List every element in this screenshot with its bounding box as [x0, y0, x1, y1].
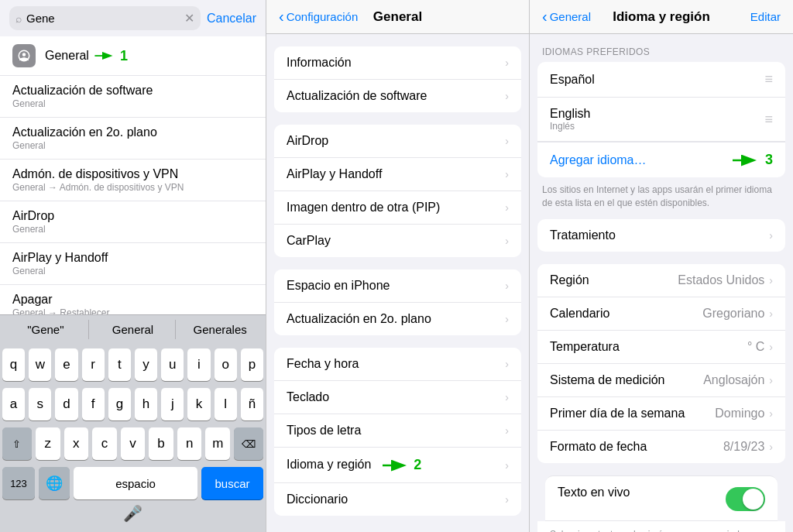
chevron-right-icon: › — [505, 201, 509, 214]
key-w[interactable]: w — [29, 348, 51, 381]
row-sistema-medicion[interactable]: Sistema de medición Anglosajón › — [537, 364, 785, 397]
row-tipos-letra[interactable]: Tipos de letra › — [274, 414, 521, 448]
item-title: Admón. de dispositivos y VPN — [12, 167, 253, 181]
row-calendario[interactable]: Calendario Gregoriano › — [537, 297, 785, 331]
item-subtitle: General — [12, 266, 253, 276]
lang-item-english: English Inglés ≡ — [537, 98, 785, 142]
settings-item-actualizacion-2do[interactable]: Actualización en 2o. plano General — [0, 118, 266, 160]
edit-button[interactable]: Editar — [750, 10, 781, 23]
row-carplay[interactable]: CarPlay › — [274, 225, 521, 257]
key-b[interactable]: b — [149, 427, 173, 460]
row-pip[interactable]: Imagen dentro de otra (PIP) › — [274, 191, 521, 225]
key-j[interactable]: j — [161, 388, 184, 420]
row-espacio[interactable]: Espacio en iPhone › — [274, 269, 521, 303]
autocomplete-generales[interactable]: Generales — [177, 320, 263, 339]
key-m[interactable]: m — [205, 427, 230, 460]
row-diccionario[interactable]: Diccionario › — [274, 483, 521, 516]
settings-item-text: Actualización en 2o. plano General — [12, 125, 253, 151]
key-i[interactable]: i — [187, 348, 210, 381]
general-section-3: Espacio en iPhone › Actualización en 2o.… — [274, 269, 521, 335]
key-l[interactable]: l — [215, 388, 237, 420]
key-u[interactable]: u — [161, 348, 184, 381]
settings-item-airplay[interactable]: AirPlay y Handoff General — [0, 243, 266, 285]
cancel-button[interactable]: Cancelar — [207, 12, 256, 26]
autocomplete-general[interactable]: General — [91, 320, 177, 339]
key-c[interactable]: c — [92, 427, 117, 460]
key-shift[interactable]: ⇧ — [2, 427, 32, 460]
key-r[interactable]: r — [82, 348, 105, 381]
key-d[interactable]: d — [55, 388, 77, 420]
settings-item-actualizacion-software[interactable]: Actualización de software General — [0, 76, 266, 118]
key-n-tilde[interactable]: ñ — [241, 388, 263, 420]
key-space[interactable]: espacio — [74, 467, 197, 499]
lang-name: Español — [550, 73, 764, 87]
row-primer-dia[interactable]: Primer día de la semana Domingo › — [537, 397, 785, 431]
search-panel: ⌕ Gene ✕ Cancelar General — [0, 0, 266, 532]
chevron-right-icon: › — [505, 391, 509, 403]
settings-item-general[interactable]: General 1 — [0, 36, 266, 76]
arrow-2-label: 2 — [414, 457, 421, 472]
key-k[interactable]: k — [187, 388, 210, 420]
key-q[interactable]: q — [2, 348, 25, 381]
settings-item-airdrop[interactable]: AirDrop General — [0, 201, 266, 243]
clear-search-button[interactable]: ✕ — [184, 11, 194, 26]
key-a[interactable]: a — [2, 388, 25, 420]
microphone-icon[interactable]: 🎤 — [123, 504, 142, 523]
row-teclado[interactable]: Teclado › — [274, 381, 521, 414]
key-x[interactable]: x — [64, 427, 89, 460]
key-buscar[interactable]: buscar — [201, 467, 263, 499]
key-e[interactable]: e — [55, 348, 77, 381]
key-globe[interactable]: 🌐 — [39, 467, 70, 499]
row-fecha-hora[interactable]: Fecha y hora › — [274, 348, 521, 381]
row-tratamiento[interactable]: Tratamiento › — [537, 219, 785, 252]
chevron-left-icon: ‹ — [279, 8, 284, 26]
search-input[interactable]: Gene — [26, 12, 180, 25]
key-n[interactable]: n — [177, 427, 202, 460]
row-value: ° C — [747, 340, 764, 354]
key-g[interactable]: g — [108, 388, 131, 420]
autocomplete-gene[interactable]: "Gene" — [3, 320, 89, 339]
arrow-3-label: 3 — [765, 152, 773, 168]
row-formato-fecha[interactable]: Formato de fecha 8/19/23 › — [537, 431, 785, 463]
key-o[interactable]: o — [215, 348, 237, 381]
key-v[interactable]: v — [121, 427, 146, 460]
drag-handle-icon[interactable]: ≡ — [764, 71, 773, 88]
key-p[interactable]: p — [241, 348, 263, 381]
add-lang-label: Agregar idioma… — [550, 153, 731, 167]
key-y[interactable]: y — [135, 348, 157, 381]
general-panel: ‹ Configuración General Información › Ac… — [266, 0, 530, 532]
key-h[interactable]: h — [135, 388, 157, 420]
chevron-right-icon: › — [769, 229, 773, 242]
row-informacion[interactable]: Información › — [274, 46, 521, 80]
texto-en-vivo-toggle[interactable] — [726, 487, 765, 511]
chevron-right-icon: › — [505, 313, 509, 325]
row-airdrop[interactable]: AirDrop › — [274, 125, 521, 158]
arrow-3-icon — [731, 153, 760, 168]
item-subtitle: General → Admón. de dispositivos y VPN — [12, 182, 253, 193]
back-button-idioma[interactable]: ‹ General — [542, 8, 591, 26]
settings-item-apagar[interactable]: Apagar General → Restablecer — [0, 285, 266, 314]
key-backspace[interactable]: ⌫ — [234, 427, 263, 460]
row-idioma-region[interactable]: Idioma y región 2 › — [274, 448, 521, 483]
row-airplay-handoff[interactable]: AirPlay y Handoff › — [274, 158, 521, 191]
row-label: Actualización de software — [287, 89, 505, 103]
item-title: AirPlay y Handoff — [12, 251, 253, 265]
key-t[interactable]: t — [108, 348, 131, 381]
key-123[interactable]: 123 — [2, 467, 35, 499]
key-f[interactable]: f — [82, 388, 105, 420]
settings-item-admon[interactable]: Admón. de dispositivos y VPN General → A… — [0, 160, 266, 201]
key-s[interactable]: s — [29, 388, 51, 420]
row-actualizacion-software[interactable]: Actualización de software › — [274, 80, 521, 112]
chevron-right-icon: › — [769, 374, 773, 386]
row-region[interactable]: Región Estados Unidos › — [537, 264, 785, 297]
key-z[interactable]: z — [36, 427, 60, 460]
row-actualizacion-2do[interactable]: Actualización en 2o. plano › — [274, 303, 521, 335]
drag-handle-icon[interactable]: ≡ — [764, 112, 773, 128]
row-temperatura[interactable]: Temperatura ° C › — [537, 331, 785, 364]
add-language-row[interactable]: Agregar idioma… 3 — [537, 142, 785, 177]
row-label: Idioma y región 2 — [287, 457, 505, 473]
settings-item-text: Apagar General → Restablecer — [12, 293, 253, 314]
general-section-1: Información › Actualización de software … — [274, 46, 521, 112]
settings-item-text: Admón. de dispositivos y VPN General → A… — [12, 167, 253, 193]
back-button-general[interactable]: ‹ Configuración — [279, 8, 358, 26]
